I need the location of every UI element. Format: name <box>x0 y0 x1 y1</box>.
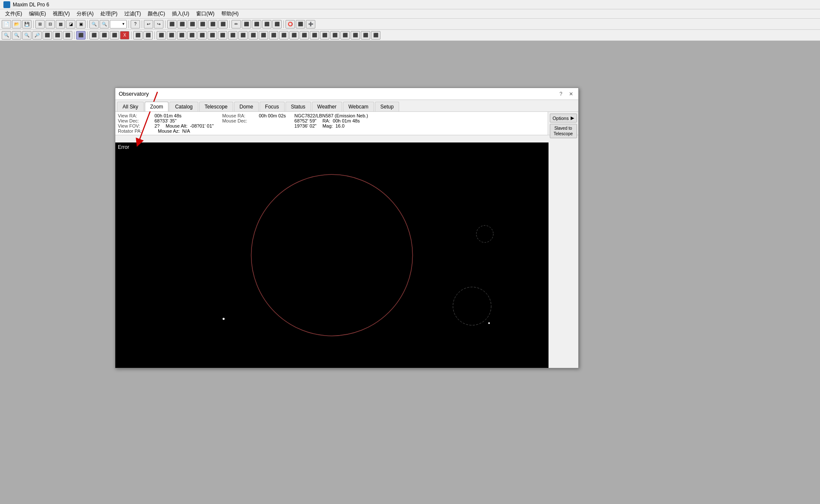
tab-dome[interactable]: Dome <box>234 102 259 111</box>
tab-zoom[interactable]: Zoom <box>145 102 169 111</box>
tb-zoom-out[interactable]: 🔍 <box>100 20 109 28</box>
obs-info-panel: View RA: 00h 01m 48s View Dec: 68?33' 35… <box>115 112 578 135</box>
options-button[interactable]: Options ▶ <box>550 114 577 122</box>
tb-redo[interactable]: ↪ <box>154 20 163 28</box>
tb2-btn-3[interactable]: 🔍 <box>22 31 31 40</box>
tb-btn-4[interactable]: ▦ <box>56 20 65 28</box>
tb2-screen-btn[interactable]: ⬛ <box>76 31 86 40</box>
tb2-btn-20[interactable]: ⬛ <box>218 31 227 40</box>
menu-process[interactable]: 处理(P) <box>97 9 121 18</box>
sky-view[interactable]: Error <box>115 142 549 368</box>
obs-close-btn[interactable]: ✕ <box>567 90 575 98</box>
tb-zoom-in[interactable]: 🔍 <box>89 20 99 28</box>
tb-btn-11[interactable]: ⬛ <box>198 20 207 28</box>
tb-zoom-dropdown[interactable]: ▼ <box>110 20 127 28</box>
menu-insert[interactable]: 插入(U) <box>169 9 193 18</box>
tb-btn-2[interactable]: ⊞ <box>35 20 45 28</box>
tab-allsky[interactable]: All Sky <box>117 102 144 111</box>
tb2-btn-25[interactable]: ⬛ <box>269 31 278 40</box>
tb2-btn-6[interactable]: ⬛ <box>53 31 62 40</box>
tb2-btn-13[interactable]: ⬛ <box>143 31 153 40</box>
tb-btn-19[interactable]: ⬛ <box>296 20 305 28</box>
tb2-btn-4[interactable]: 🔎 <box>32 31 42 40</box>
tb2-btn-15[interactable]: ⬛ <box>167 31 176 40</box>
menu-analyze[interactable]: 分析(A) <box>73 9 97 18</box>
tab-weather[interactable]: Weather <box>312 102 342 111</box>
tb2-btn-11[interactable]: X <box>120 31 129 40</box>
tab-webcam[interactable]: Webcam <box>343 102 374 111</box>
tb-btn-15[interactable]: ⬛ <box>252 20 261 28</box>
tb2-btn-12[interactable]: ⬛ <box>133 31 143 40</box>
tb-btn-20[interactable]: ➕ <box>306 20 315 28</box>
tb-new[interactable]: 📄 <box>2 20 11 28</box>
menu-view[interactable]: 视图(V) <box>49 9 73 18</box>
tb2-btn-35[interactable]: ⬛ <box>371 31 380 40</box>
menu-file[interactable]: 文件(E) <box>2 9 26 18</box>
tb2-btn-10[interactable]: ⬛ <box>110 31 119 40</box>
tb2-btn-23[interactable]: ⬛ <box>249 31 258 40</box>
tb-btn-17[interactable]: ⬛ <box>272 20 282 28</box>
tb2-btn-27[interactable]: ⬛ <box>289 31 299 40</box>
tb-undo[interactable]: ↩ <box>144 20 153 28</box>
view-fov-value: 2? <box>154 123 160 128</box>
tb2-btn-32[interactable]: ⬛ <box>340 31 350 40</box>
tb-btn-7[interactable]: ? <box>131 20 140 28</box>
info-view-dec: View Dec: 68?33' 35" <box>118 118 214 123</box>
tb2-btn-8[interactable]: ⬛ <box>89 31 99 40</box>
mouse-az-label: Mouse Az: <box>158 128 180 134</box>
obs-help-btn[interactable]: ? <box>557 90 565 98</box>
app-title: Maxim DL Pro 6 <box>13 2 49 8</box>
tb2-btn-5[interactable]: ⬛ <box>43 31 52 40</box>
tb-btn-10[interactable]: ⬛ <box>188 20 197 28</box>
tb2-btn-21[interactable]: ⬛ <box>228 31 237 40</box>
tb2-btn-2[interactable]: 🔍 <box>12 31 21 40</box>
tb-btn-13[interactable]: ⬛ <box>218 20 228 28</box>
menu-filter[interactable]: 过滤(T) <box>121 9 144 18</box>
tb2-btn-18[interactable]: ⬛ <box>197 31 207 40</box>
tab-telescope[interactable]: Telescope <box>199 102 233 111</box>
tb2-btn-1[interactable]: 🔍 <box>2 31 11 40</box>
tab-setup[interactable]: Setup <box>375 102 399 111</box>
tb2-btn-30[interactable]: ⬛ <box>320 31 329 40</box>
tb-save[interactable]: 💾 <box>22 20 31 28</box>
tb-btn-6[interactable]: ▣ <box>76 20 86 28</box>
slaved-to-telescope-button[interactable]: Slaved to Telescope <box>550 124 577 138</box>
menu-edit[interactable]: 编辑(E) <box>26 9 49 18</box>
tb-btn-14[interactable]: ⬛ <box>242 20 251 28</box>
info-col-1: View RA: 00h 01m 48s View Dec: 68?33' 35… <box>118 113 214 134</box>
tb-btn-18[interactable]: ⭕ <box>286 20 295 28</box>
menu-help[interactable]: 帮助(H) <box>218 9 242 18</box>
tb-open[interactable]: 📂 <box>12 20 21 28</box>
tb2-btn-24[interactable]: ⬛ <box>259 31 268 40</box>
tb-btn-5[interactable]: ◪ <box>66 20 75 28</box>
tb2-btn-9[interactable]: ⬛ <box>100 31 109 40</box>
tb2-btn-33[interactable]: ⬛ <box>351 31 360 40</box>
tb2-btn-31[interactable]: ⬛ <box>330 31 340 40</box>
tb-btn-3[interactable]: ⊟ <box>46 20 55 28</box>
tb2-btn-26[interactable]: ⬛ <box>279 31 289 40</box>
ra2-label: RA: <box>323 118 330 123</box>
tb2-btn-16[interactable]: ⬛ <box>177 31 186 40</box>
tab-status[interactable]: Status <box>286 102 311 111</box>
menu-color[interactable]: 颜色(C) <box>144 9 169 18</box>
tb2-btn-34[interactable]: ⬛ <box>361 31 370 40</box>
tb2-btn-22[interactable]: ⬛ <box>238 31 248 40</box>
tb-btn-8[interactable]: ⬛ <box>167 20 177 28</box>
tb-btn-12[interactable]: ⬛ <box>208 20 217 28</box>
tb-btn-16[interactable]: ⬛ <box>262 20 271 28</box>
tab-catalog[interactable]: Catalog <box>169 102 198 111</box>
menu-window[interactable]: 窗口(W) <box>193 9 218 18</box>
tb-btn-9[interactable]: ⬛ <box>177 20 187 28</box>
tb2-btn-7[interactable]: ⬛ <box>63 31 72 40</box>
info-view-ra: View RA: 00h 01m 48s <box>118 113 214 118</box>
tb2-btn-14[interactable]: ⬛ <box>157 31 166 40</box>
small-circle-1 <box>476 225 493 242</box>
tb2-btn-29[interactable]: ⬛ <box>310 31 319 40</box>
tb-pencil[interactable]: ✏ <box>231 20 241 28</box>
tb2-sep-4 <box>154 31 155 39</box>
tb2-btn-17[interactable]: ⬛ <box>187 31 197 40</box>
tab-focus[interactable]: Focus <box>260 102 285 111</box>
tb2-btn-28[interactable]: ⬛ <box>300 31 309 40</box>
info-mouse-dec: Mouse Dec: <box>222 118 286 123</box>
tb2-btn-19[interactable]: ⬛ <box>208 31 217 40</box>
